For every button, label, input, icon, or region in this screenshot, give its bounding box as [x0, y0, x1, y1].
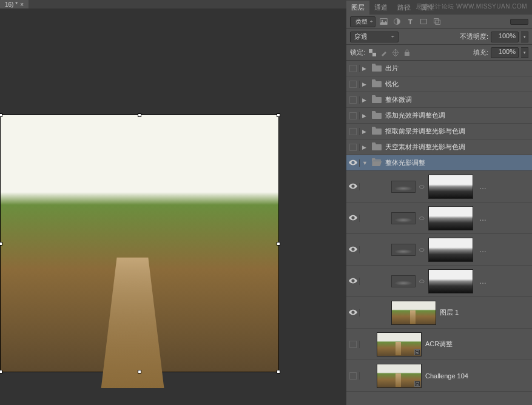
tab-layers[interactable]: 图层	[346, 1, 369, 15]
layer-name[interactable]: ACR调整	[425, 340, 453, 349]
layer-name[interactable]: 整体光影调整	[385, 158, 425, 167]
layer-group-row[interactable]: ▶ 添加光效并调整色调	[346, 108, 532, 124]
filter-text-icon[interactable]: T	[405, 16, 416, 27]
layer-mask-thumbnail[interactable]	[428, 175, 473, 199]
layer-thumbnail[interactable]	[391, 301, 436, 325]
layer-group-row[interactable]: ▶ 出片	[346, 61, 532, 76]
transform-handle[interactable]	[138, 370, 141, 373]
layer-name[interactable]: 图层 1	[440, 308, 459, 317]
lock-all-icon[interactable]	[402, 48, 412, 58]
canvas-area[interactable]	[0, 8, 346, 405]
more-icon[interactable]: …	[477, 214, 489, 223]
document-tab[interactable]: 16) * ×	[0, 0, 29, 8]
visibility-toggle[interactable]	[346, 372, 360, 380]
layer-name[interactable]: 天空素材并调整光影与色调	[385, 142, 465, 152]
visibility-toggle[interactable]	[346, 96, 360, 104]
transform-handle[interactable]	[0, 370, 2, 373]
close-icon[interactable]: ×	[20, 1, 24, 8]
eye-icon	[349, 215, 357, 222]
layer-row[interactable]: ◱ ACR调整	[346, 329, 532, 360]
layer-row[interactable]: 图层 1	[346, 297, 532, 329]
fill-stepper[interactable]: ▾	[521, 47, 528, 58]
link-icon[interactable]: ⬭	[419, 183, 425, 190]
curves-adjustment-icon[interactable]	[391, 275, 416, 287]
adjustment-layer-row[interactable]: ⬭ …	[346, 171, 532, 202]
visibility-toggle[interactable]	[346, 112, 360, 119]
layer-thumbnail[interactable]: ◱	[377, 332, 422, 356]
filter-dropdown[interactable]: 类型 ÷	[350, 16, 375, 27]
document-title: 16) *	[5, 1, 18, 8]
fill-input[interactable]: 100%	[491, 47, 519, 58]
arrow-right-icon[interactable]: ▶	[362, 113, 368, 119]
opacity-stepper[interactable]: ▾	[521, 32, 528, 42]
visibility-toggle[interactable]	[346, 246, 360, 253]
visibility-toggle[interactable]	[346, 144, 360, 151]
link-icon[interactable]: ⬭	[419, 246, 425, 253]
adjustment-layer-row[interactable]: ⬭ …	[346, 266, 532, 297]
layer-name[interactable]: 添加光效并调整色调	[385, 111, 445, 120]
arrow-right-icon[interactable]: ▶	[362, 144, 368, 150]
layer-name[interactable]: 抠取前景并调整光影与色调	[385, 127, 465, 136]
arrow-right-icon[interactable]: ▶	[362, 129, 368, 135]
visibility-toggle[interactable]	[346, 341, 360, 348]
blend-mode-dropdown[interactable]: 穿透 ÷	[350, 32, 399, 42]
link-icon[interactable]: ⬭	[419, 278, 425, 285]
svg-rect-7	[436, 20, 440, 24]
layer-mask-thumbnail[interactable]	[428, 238, 473, 262]
layer-mask-thumbnail[interactable]	[428, 206, 473, 230]
curves-adjustment-icon[interactable]	[391, 181, 416, 193]
lock-position-icon[interactable]	[391, 48, 400, 58]
layer-row[interactable]: ◱ Challenge 104	[346, 360, 532, 392]
layer-thumbnail[interactable]: ◱	[377, 364, 422, 388]
link-icon[interactable]: ⬭	[419, 215, 425, 222]
tab-paths[interactable]: 路径	[392, 1, 416, 15]
arrow-down-icon[interactable]: ▼	[362, 160, 368, 166]
visibility-toggle[interactable]	[346, 81, 360, 88]
transform-handle[interactable]	[277, 113, 280, 117]
curves-adjustment-icon[interactable]	[391, 244, 416, 256]
visibility-toggle[interactable]	[346, 159, 360, 167]
svg-rect-11	[369, 53, 372, 56]
lock-transparency-icon[interactable]	[368, 48, 377, 58]
transform-handle[interactable]	[0, 113, 2, 117]
lock-paint-icon[interactable]	[379, 48, 389, 58]
canvas-image[interactable]	[0, 115, 279, 372]
layer-name[interactable]: Challenge 104	[425, 372, 468, 380]
layer-mask-thumbnail[interactable]	[428, 269, 473, 293]
fill-label: 填充:	[473, 48, 488, 57]
filter-toggle[interactable]	[510, 19, 528, 25]
adjustment-layer-row[interactable]: ⬭ …	[346, 234, 532, 266]
adjustment-layer-row[interactable]: ⬭ …	[346, 202, 532, 234]
visibility-toggle[interactable]	[346, 215, 360, 222]
layer-group-row[interactable]: ▶ 天空素材并调整光影与色调	[346, 139, 532, 155]
filter-smartobject-icon[interactable]	[431, 16, 442, 27]
arrow-right-icon[interactable]: ▶	[362, 97, 368, 103]
layer-name[interactable]: 出片	[385, 64, 399, 73]
more-icon[interactable]: …	[477, 246, 489, 254]
layer-name[interactable]: 锐化	[385, 79, 399, 89]
visibility-toggle[interactable]	[346, 309, 360, 316]
curves-adjustment-icon[interactable]	[391, 212, 416, 224]
layer-group-row[interactable]: ▶ 整体微调	[346, 92, 532, 108]
transform-handle[interactable]	[138, 113, 141, 117]
layer-group-row[interactable]: ▶ 锐化	[346, 76, 532, 92]
arrow-right-icon[interactable]: ▶	[362, 65, 368, 72]
more-icon[interactable]: …	[477, 182, 489, 191]
layer-name[interactable]: 整体微调	[385, 95, 412, 104]
layer-group-row-selected[interactable]: ▼ 整体光影调整	[346, 155, 532, 171]
visibility-toggle[interactable]	[346, 183, 360, 190]
visibility-toggle[interactable]	[346, 65, 360, 72]
transform-handle[interactable]	[0, 242, 2, 246]
arrow-right-icon[interactable]: ▶	[362, 81, 368, 87]
more-icon[interactable]: …	[477, 277, 489, 286]
filter-shape-icon[interactable]	[418, 16, 429, 27]
layer-group-row[interactable]: ▶ 抠取前景并调整光影与色调	[346, 124, 532, 139]
visibility-toggle[interactable]	[346, 128, 360, 135]
filter-adjustment-icon[interactable]	[391, 16, 402, 27]
visibility-toggle[interactable]	[346, 278, 360, 285]
transform-handle[interactable]	[277, 370, 280, 373]
transform-handle[interactable]	[277, 242, 280, 246]
opacity-input[interactable]: 100%	[491, 32, 519, 42]
filter-image-icon[interactable]	[378, 16, 389, 27]
tab-channels[interactable]: 通道	[369, 1, 392, 15]
